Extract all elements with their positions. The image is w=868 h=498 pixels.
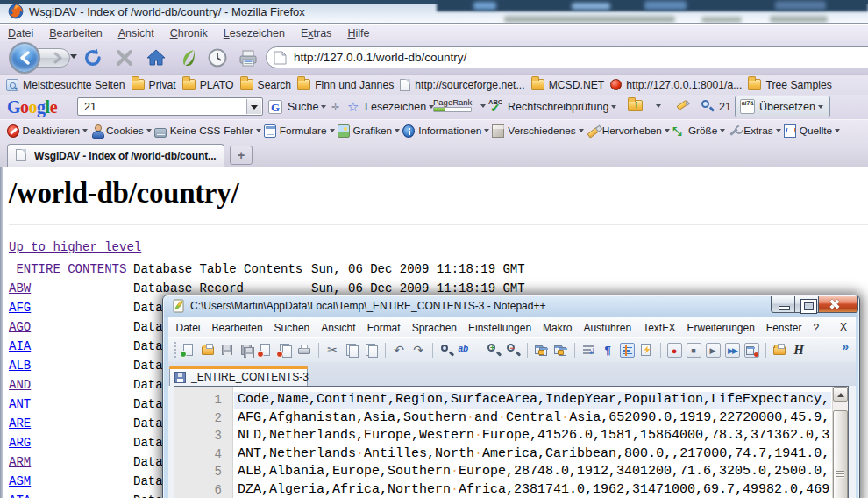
dropdown-caret-icon[interactable] xyxy=(480,104,486,108)
toolbar-overflow-chevron[interactable]: » xyxy=(842,339,849,353)
entry-link[interactable]: AFG xyxy=(9,301,31,315)
new-tab-button[interactable]: + xyxy=(230,146,253,165)
toolbar-button[interactable] xyxy=(553,343,568,358)
webdev-menu-item[interactable]: Formulare xyxy=(262,122,336,139)
toolbar-button[interactable]: + xyxy=(487,343,502,358)
translate-button[interactable]: aí7ä Übersetzen xyxy=(735,96,830,117)
bookmark-item[interactable]: PLATO xyxy=(181,76,238,94)
toolbar-button[interactable]: ● xyxy=(667,343,682,358)
menu-item[interactable]: Erweiterungen xyxy=(681,317,760,337)
home-button[interactable] xyxy=(146,47,167,68)
entry-link[interactable]: _ENTIRE_CONTENTS xyxy=(9,262,126,276)
webdev-menu-item[interactable]: Verschiedenes xyxy=(491,122,585,139)
back-button[interactable] xyxy=(9,42,40,74)
reload-button[interactable] xyxy=(82,47,103,68)
entry-link[interactable]: ARE xyxy=(9,416,31,430)
bookmark-item[interactable]: Finn und Jannes xyxy=(295,76,398,94)
toolbar-button[interactable] xyxy=(765,343,766,358)
send-to-button[interactable]: ↑ xyxy=(628,99,644,112)
toolbar-button[interactable] xyxy=(772,343,787,358)
toolbar-button[interactable]: ↷ xyxy=(411,343,426,358)
active-tab[interactable]: WsgiDAV - Index of /world-db/count... xyxy=(7,144,224,167)
entry-link[interactable]: AGO xyxy=(9,320,31,334)
dropdown-caret-icon[interactable] xyxy=(321,105,326,109)
bookmark-item[interactable]: MCSD.NET xyxy=(530,76,609,94)
print-button[interactable] xyxy=(238,47,259,68)
toolbar-button[interactable] xyxy=(201,343,216,358)
menu-item[interactable]: Sprachen xyxy=(406,317,462,337)
toolbar-button[interactable] xyxy=(345,343,359,358)
toolbar-button[interactable] xyxy=(639,343,654,358)
toolbar-button[interactable]: ▶▶ xyxy=(725,343,740,358)
toolbar-button[interactable] xyxy=(620,343,635,358)
webdev-menu-item[interactable]: Hervorheben xyxy=(585,122,671,139)
webdev-menu-item[interactable]: Grafiken xyxy=(336,122,402,139)
menu-item[interactable]: Suchen xyxy=(268,317,316,337)
toolbar-button[interactable]: ✂ xyxy=(325,343,340,358)
google-search-button[interactable]: G Suche xyxy=(268,97,326,116)
entry-link[interactable]: ALB xyxy=(9,359,31,373)
toolbar-button[interactable] xyxy=(744,343,759,358)
toolbar-button[interactable] xyxy=(527,343,528,358)
toolbar-button[interactable] xyxy=(239,343,254,358)
entry-link[interactable]: AIA xyxy=(9,339,31,353)
menu-item[interactable]: Hilfe xyxy=(339,25,377,41)
toolbar-button[interactable]: ↲ xyxy=(581,343,596,358)
toolbar-button[interactable] xyxy=(278,343,293,358)
bookmark-item[interactable]: Meistbesuchte Seiten xyxy=(4,76,130,94)
menu-item[interactable]: Fenster xyxy=(760,317,808,337)
menu-item[interactable]: Lesezeichen xyxy=(216,25,293,41)
recent-pages-dropdown[interactable] xyxy=(70,54,77,59)
entry-link[interactable]: ARG xyxy=(9,436,31,450)
bookmark-item[interactable]: http://sourceforge.net... xyxy=(398,76,529,94)
toolbar-button[interactable] xyxy=(480,343,480,358)
bookmark-item[interactable]: Search xyxy=(238,76,296,94)
toolbar-button[interactable]: H xyxy=(792,343,807,358)
toolbar-button[interactable]: ■ xyxy=(687,343,701,358)
toolbar-button[interactable] xyxy=(385,343,386,358)
pagerank-indicator[interactable]: PageRank xyxy=(433,97,472,116)
webdev-menu-item[interactable]: Deaktivieren xyxy=(5,122,89,139)
highlighter-button[interactable] xyxy=(675,100,691,114)
entry-link[interactable]: ANT xyxy=(9,397,31,411)
webdev-menu-item[interactable]: Keine CSS-Fehler xyxy=(153,122,262,139)
magnifier-button[interactable] xyxy=(701,99,715,114)
toolbar-button[interactable] xyxy=(364,343,379,358)
entry-link[interactable]: ASM xyxy=(9,474,31,488)
notepadpp-editor[interactable]: 1 Code,Name,Continent,Region,SurfaceArea… xyxy=(174,386,849,498)
bookmark-item[interactable]: http://127.0.0.1:8001/a... xyxy=(608,76,746,94)
menu-item[interactable]: Ausführen xyxy=(578,317,637,337)
menu-item[interactable]: Ansicht xyxy=(110,25,162,41)
toolbar-button[interactable] xyxy=(181,343,196,358)
up-to-higher-level-link[interactable]: Up to higher level xyxy=(9,240,141,254)
menu-item[interactable]: ? xyxy=(808,317,825,337)
toolbar-button[interactable] xyxy=(439,343,454,358)
google-search-dropdown[interactable] xyxy=(246,99,261,114)
history-clock-icon[interactable] xyxy=(207,47,228,68)
menu-item[interactable]: Datei xyxy=(0,25,41,41)
webdev-menu-item[interactable]: Extras xyxy=(727,122,782,139)
menu-item[interactable]: Bearbeiten xyxy=(206,317,268,337)
toolbar-button[interactable] xyxy=(660,343,661,358)
toolbar-button[interactable] xyxy=(318,343,319,358)
entry-link[interactable]: ARM xyxy=(9,455,31,469)
google-bookmarks-button[interactable]: ☆ Lesezeichen xyxy=(347,97,434,116)
firefox-titlebar[interactable]: WsgiDAV - Index of /world-db/country/ - … xyxy=(0,0,868,24)
url-bar[interactable]: http://127.0.0.1/world-db/country/ xyxy=(266,46,868,68)
toolbar-button[interactable]: ↶ xyxy=(392,343,407,358)
bookmark-item[interactable]: Tree Samples xyxy=(746,76,836,94)
dropdown-caret-icon[interactable] xyxy=(818,105,823,109)
webdev-menu-item[interactable]: Cookies xyxy=(89,122,153,139)
notepadpp-titlebar[interactable]: C:\Users\Martin\AppData\Local\Temp\_ENTI… xyxy=(163,295,859,317)
vertical-scrollbar[interactable] xyxy=(832,387,848,498)
toolbar-splitter-icon[interactable]: ✛ xyxy=(331,102,342,112)
menu-item[interactable]: Ansicht xyxy=(316,317,361,337)
toolbar-button[interactable] xyxy=(297,343,312,358)
toolbar-button[interactable] xyxy=(220,343,235,358)
webdev-menu-item[interactable]: Informationen xyxy=(402,122,491,139)
addon-leaf-icon[interactable] xyxy=(178,47,199,68)
webdev-menu-item[interactable]: Quellte xyxy=(782,122,841,139)
menu-item[interactable]: Chronik xyxy=(162,25,216,41)
menu-item[interactable]: Extras xyxy=(293,25,339,41)
entry-link[interactable]: ATA xyxy=(9,494,31,498)
